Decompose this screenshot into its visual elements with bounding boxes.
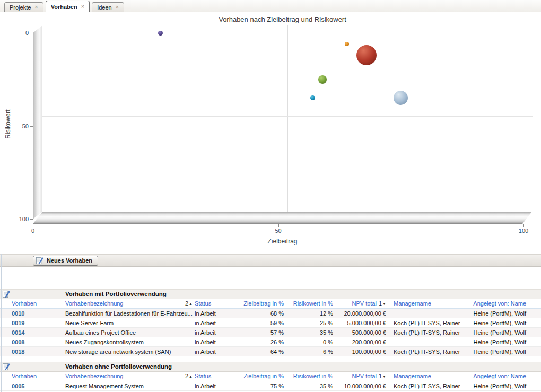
row-cell: 26 %	[238, 337, 284, 346]
row-id-link[interactable]: 0010	[12, 309, 65, 318]
column-header-managername[interactable]: Managername	[386, 372, 466, 381]
edit-document-icon	[0, 290, 12, 299]
row-cell: Heine (PortfM), Wolf	[466, 318, 535, 327]
chart-bubble-0005[interactable]	[394, 91, 408, 105]
row-id-link[interactable]: 0019	[12, 318, 65, 327]
chart-bubble-0018[interactable]	[345, 42, 349, 46]
table-section-title: Vorhaben ohne Portfolioverwendung	[65, 362, 535, 371]
row-cell: in Arbeit	[193, 347, 238, 356]
row-cell: in Arbeit	[193, 318, 238, 327]
row-cell: 25 %	[284, 318, 333, 327]
column-header-npv-total[interactable]: NPV total1▼	[333, 372, 386, 381]
table-row[interactable]: 0019Neue Server-Farmin Arbeit59 %25 %5.0…	[0, 318, 541, 328]
table-section: Vorhaben mit PortfolioverwendungVorhaben…	[0, 289, 541, 356]
column-header-angelegt-von-name[interactable]: Angelegt von: Name	[466, 372, 535, 381]
row-cell: Heine (PortfM), Wolf	[466, 328, 535, 337]
row-cell: Koch (PL) IT-SYS, Rainer	[386, 318, 466, 327]
column-header-label: NPV total	[352, 299, 376, 308]
row-cell: Heine (PortfM), Wolf	[466, 309, 535, 318]
chart-3d-left-wall	[33, 25, 42, 219]
y-tick-label: 0	[14, 30, 29, 36]
table-row[interactable]: 0010Bezahlfunktion für Ladestationen für…	[0, 309, 541, 318]
table-section-header: Vorhaben ohne Portfolioverwendung	[0, 362, 541, 372]
table-section-header: Vorhaben mit Portfolioverwendung	[0, 289, 541, 299]
row-cell: 200.000,00 €	[333, 337, 386, 346]
tab-ideen[interactable]: Ideen×	[92, 2, 124, 12]
column-header-vorhabenbezeichnung[interactable]: Vorhabenbezeichnung2▲	[65, 299, 193, 308]
sort-indicator: 1▼	[379, 299, 386, 308]
y-tick-label: 100	[14, 216, 29, 222]
table-row[interactable]: 0008Neues Zugangskontrollsystemin Arbeit…	[0, 337, 541, 347]
x-axis-title: Zielbeitrag	[0, 238, 541, 245]
tab-close-icon[interactable]: ×	[34, 4, 38, 10]
row-cell: 20.000.000,00 €	[333, 309, 386, 318]
table-column-header-row: VorhabenVorhabenbezeichnung2▲StatusZielb…	[0, 372, 541, 381]
bubble-chart: Vorhaben nach Zielbeitrag und Risikowert…	[0, 12, 541, 254]
tab-label: Vorhaben	[51, 4, 77, 10]
row-cell	[386, 309, 466, 318]
column-header-vorhabenbezeichnung[interactable]: Vorhabenbezeichnung2▲	[65, 372, 193, 381]
y-axis-line	[33, 33, 33, 219]
column-header-label: Vorhabenbezeichnung	[65, 372, 123, 381]
row-cell: 59 %	[238, 318, 284, 327]
table-row[interactable]: 0018New storage area network system (SAN…	[0, 347, 541, 356]
x-tick-mark	[278, 224, 279, 227]
column-header-risikowert-in-[interactable]: Risikowert in %	[284, 372, 333, 381]
tab-close-icon[interactable]: ×	[81, 4, 84, 10]
row-id-link[interactable]: 0014	[12, 328, 65, 337]
action-toolbar: Neues Vorhaben	[0, 254, 541, 267]
column-header-npv-total[interactable]: NPV total1▼	[333, 299, 386, 308]
chart-bubble-0019[interactable]	[318, 75, 327, 84]
chart-bubble-0008[interactable]	[158, 31, 163, 36]
row-cell: Heine (PortfM), Wolf	[466, 337, 535, 346]
table-column-header-row: VorhabenVorhabenbezeichnung2▲StatusZielb…	[0, 299, 541, 309]
column-header-angelegt-von-name[interactable]: Angelegt von: Name	[466, 299, 535, 308]
table-row[interactable]: 0005Request Management Systemin Arbeit75…	[0, 381, 541, 391]
row-id-link[interactable]: 0005	[12, 381, 65, 390]
x-tick-label: 100	[514, 228, 533, 234]
sort-indicator: 2▲	[185, 299, 193, 308]
row-cell: Heine (PortfM), Wolf	[466, 347, 535, 356]
x-tick-mark	[523, 224, 524, 227]
tab-vorhaben[interactable]: Vorhaben×	[46, 1, 90, 12]
row-id-link[interactable]: 0018	[12, 347, 65, 356]
neues-vorhaben-button[interactable]: Neues Vorhaben	[33, 256, 98, 266]
sort-indicator: 1▼	[379, 372, 386, 381]
tab-projekte[interactable]: Projekte×	[4, 2, 43, 12]
chart-bubble-0014[interactable]	[310, 95, 315, 100]
table-row[interactable]: 0014Aufbau eines Project Officein Arbeit…	[0, 328, 541, 337]
row-cell: Bezahlfunktion für Ladestationen für E-F…	[65, 309, 193, 318]
row-cell: 35 %	[284, 328, 333, 337]
edit-document-icon	[0, 362, 12, 371]
column-header-label: NPV total	[352, 372, 376, 381]
column-header-status[interactable]: Status	[193, 372, 238, 381]
column-header-zielbeitrag-in-[interactable]: Zielbeitrag in %	[238, 372, 284, 381]
neues-vorhaben-button-label: Neues Vorhaben	[47, 257, 92, 264]
new-document-icon	[36, 257, 43, 265]
chart-3d-floor	[33, 212, 532, 224]
gridline-horizontal-50	[42, 116, 533, 117]
column-header-managername[interactable]: Managername	[386, 299, 466, 308]
tab-label: Projekte	[10, 4, 31, 11]
row-cell: 500.000,00 €	[333, 328, 386, 337]
tab-close-icon[interactable]: ×	[116, 4, 119, 10]
column-header-vorhaben[interactable]: Vorhaben	[12, 372, 65, 381]
column-header-zielbeitrag-in-[interactable]: Zielbeitrag in %	[238, 299, 284, 308]
row-id-link[interactable]: 0008	[12, 337, 65, 346]
row-cell: 100.000,00 €	[333, 347, 386, 356]
column-header-status[interactable]: Status	[193, 299, 238, 308]
row-cell: Heine (PortfM), Wolf	[466, 381, 535, 390]
row-cell: 64 %	[238, 347, 284, 356]
row-cell: in Arbeit	[193, 337, 238, 346]
column-header-vorhaben[interactable]: Vorhaben	[12, 299, 65, 308]
row-cell: 0 %	[284, 337, 333, 346]
x-tick-label: 50	[269, 228, 287, 234]
row-cell: New storage area network system (SAN)	[65, 347, 193, 356]
row-cell: 5.000.000,00 €	[333, 318, 386, 327]
column-header-label: Vorhabenbezeichnung	[65, 299, 123, 308]
row-cell: Koch (PL) IT-SYS, Rainer	[386, 381, 466, 390]
y-tick-label: 50	[14, 123, 29, 129]
chart-bubble-0010[interactable]	[356, 45, 377, 65]
column-header-risikowert-in-[interactable]: Risikowert in %	[284, 299, 333, 308]
row-cell: Neues Zugangskontrollsystem	[65, 337, 193, 346]
